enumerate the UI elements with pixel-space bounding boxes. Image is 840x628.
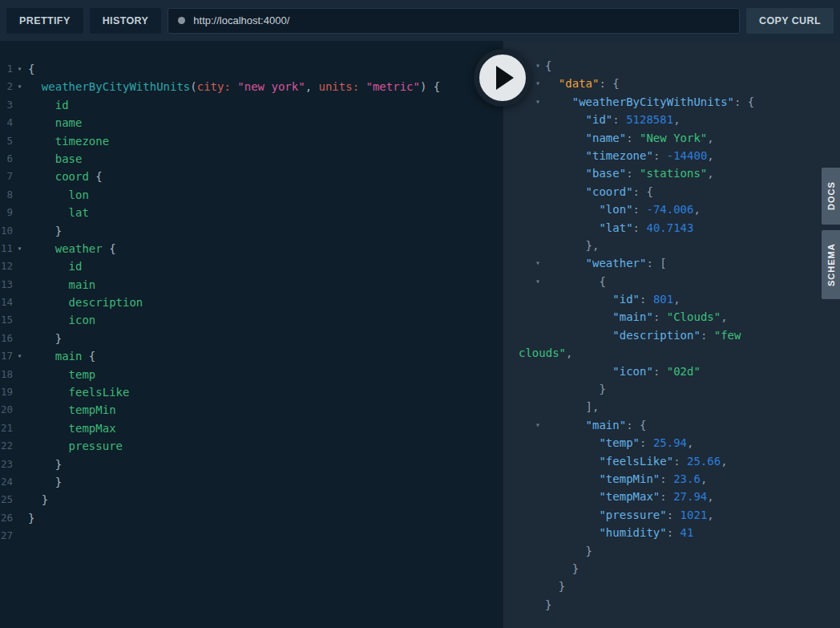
fold-arrow-icon[interactable]: ▾ xyxy=(13,60,26,78)
response-line: "main": "Clouds", xyxy=(503,308,840,326)
code-text: "name": "New York", xyxy=(543,129,714,147)
query-line: 13 main xyxy=(0,276,503,294)
line-number: 22 xyxy=(0,437,13,455)
code-text: } xyxy=(543,560,579,577)
query-line: 8 lon xyxy=(0,186,503,204)
line-number: 12 xyxy=(0,257,13,275)
query-editor[interactable]: 1▾{2▾ weatherByCityWithUnits(city: "new … xyxy=(0,41,503,628)
code-text: "base": "stations", xyxy=(543,164,714,182)
fold-arrow-icon[interactable]: ▾ xyxy=(13,240,26,257)
response-viewer: ▾{▾ "data": {▾ "weatherByCityWithUnits":… xyxy=(503,41,840,628)
line-number: 9 xyxy=(0,204,13,221)
fold-arrow-icon[interactable]: ▾ xyxy=(13,347,26,365)
code-text: } xyxy=(26,509,34,527)
line-number: 6 xyxy=(0,150,13,168)
code-text: { xyxy=(26,60,34,78)
prettify-button[interactable]: PRETTIFY xyxy=(6,8,83,34)
response-line: "lat": 40.7143 xyxy=(503,219,840,237)
code-text: main { xyxy=(26,347,95,365)
response-line: ▾ "weatherByCityWithUnits": { xyxy=(503,93,840,111)
response-line: clouds", xyxy=(503,344,840,362)
endpoint-url-input[interactable]: http://localhost:4000/ xyxy=(168,8,740,34)
line-number: 16 xyxy=(0,330,13,347)
fold-arrow-icon[interactable]: ▾ xyxy=(503,254,543,272)
response-line: ], xyxy=(503,398,840,415)
query-line: 20 tempMin xyxy=(0,401,503,419)
code-text: "tempMax": 27.94, xyxy=(543,488,714,505)
copy-curl-button[interactable]: COPY CURL xyxy=(746,8,834,34)
response-line: "timezone": -14400, xyxy=(503,147,840,164)
query-line: 19 feelsLike xyxy=(0,383,503,401)
top-toolbar: PRETTIFY HISTORY http://localhost:4000/ … xyxy=(0,0,840,41)
code-text: clouds", xyxy=(517,344,572,362)
response-line: "humidity": 41 xyxy=(503,524,840,541)
code-text: "feelsLike": 25.66, xyxy=(543,452,728,470)
response-line: "tempMax": 27.94, xyxy=(503,488,840,505)
code-text: "temp": 25.94, xyxy=(543,434,693,452)
response-line: "temp": 25.94, xyxy=(503,434,840,452)
code-text: { xyxy=(543,57,551,75)
fold-arrow-icon[interactable]: ▾ xyxy=(503,416,543,434)
response-line: } xyxy=(503,560,840,577)
response-line: } xyxy=(503,596,840,614)
docs-tab[interactable]: DOCS xyxy=(822,168,840,225)
code-text: base xyxy=(26,150,82,168)
query-line: 10 } xyxy=(0,222,503,240)
query-line: 16 } xyxy=(0,330,503,347)
line-number: 11 xyxy=(0,240,13,257)
response-line: "base": "stations", xyxy=(503,164,840,182)
execute-query-button[interactable] xyxy=(474,49,531,107)
fold-arrow-icon[interactable]: ▾ xyxy=(13,78,26,95)
line-number: 8 xyxy=(0,186,13,204)
query-line: 25 } xyxy=(0,491,503,508)
code-text: "weatherByCityWithUnits": { xyxy=(543,93,754,111)
line-number: 2 xyxy=(0,78,13,95)
query-line: 23 } xyxy=(0,456,503,473)
line-number: 10 xyxy=(0,222,13,240)
response-line: "tempMin": 23.6, xyxy=(503,470,840,488)
line-number: 24 xyxy=(0,473,13,491)
response-line: } xyxy=(503,380,840,398)
response-line: "lon": -74.006, xyxy=(503,201,840,218)
schema-tab[interactable]: SCHEMA xyxy=(822,230,840,299)
code-text: tempMin xyxy=(26,401,116,419)
query-line: 12 id xyxy=(0,257,503,275)
code-text: "coord": { xyxy=(543,183,653,201)
code-text: coord { xyxy=(26,168,103,185)
code-text: tempMax xyxy=(26,419,116,437)
code-text: lat xyxy=(26,204,89,221)
fold-arrow-icon[interactable]: ▾ xyxy=(503,273,543,290)
query-line: 18 temp xyxy=(0,366,503,383)
connection-status-dot-icon xyxy=(178,17,185,24)
query-line: 26} xyxy=(0,509,503,527)
history-button[interactable]: HISTORY xyxy=(90,8,162,34)
query-line: 9 lat xyxy=(0,204,503,221)
query-line: 22 pressure xyxy=(0,437,503,455)
code-text: weatherByCityWithUnits(city: "new york",… xyxy=(26,78,440,95)
code-text: } xyxy=(543,380,606,398)
code-text: "weather": [ xyxy=(543,254,667,272)
line-number: 5 xyxy=(0,132,13,150)
code-text: "id": 5128581, xyxy=(543,111,680,128)
code-text: description xyxy=(26,294,143,311)
response-line: "description": "few xyxy=(503,326,840,344)
line-number: 1 xyxy=(0,60,13,78)
response-line: "id": 801, xyxy=(503,290,840,308)
response-line: "coord": { xyxy=(503,183,840,201)
code-text: icon xyxy=(26,311,95,329)
response-line: "id": 5128581, xyxy=(503,111,840,128)
response-line: ▾ "main": { xyxy=(503,416,840,434)
code-text: { xyxy=(543,273,606,290)
line-number: 23 xyxy=(0,456,13,473)
query-line: 27 xyxy=(0,527,503,545)
code-text: "id": 801, xyxy=(543,290,680,308)
query-line: 15 icon xyxy=(0,311,503,329)
query-line: 24 } xyxy=(0,473,503,491)
play-icon xyxy=(496,66,514,90)
query-line: 21 tempMax xyxy=(0,419,503,437)
code-text: id xyxy=(26,257,82,275)
line-number: 20 xyxy=(0,401,13,419)
response-line: } xyxy=(503,577,840,595)
query-line: 7 coord { xyxy=(0,168,503,185)
query-line: 1▾{ xyxy=(0,60,503,78)
